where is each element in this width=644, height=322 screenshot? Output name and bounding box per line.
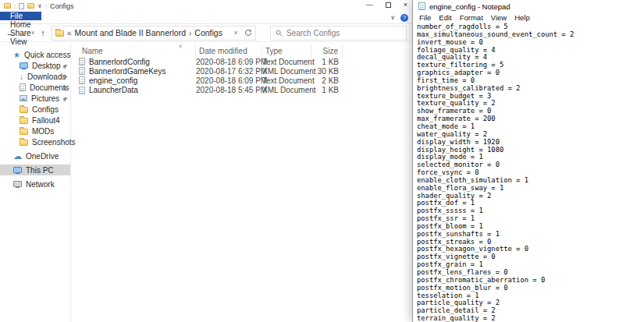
sidebar-item-icon — [20, 107, 28, 113]
properties-icon[interactable] — [19, 3, 24, 9]
expand-ribbon-icon[interactable]: ∨ — [390, 14, 395, 21]
separator: | — [14, 2, 16, 9]
explorer-window-title: Configs — [50, 2, 74, 10]
sidebar-item-icon — [20, 95, 27, 101]
explorer-app-icon — [4, 3, 11, 9]
sidebar-item-icon — [20, 140, 28, 146]
pin-icon — [62, 73, 68, 82]
breadcrumb-separator-icon[interactable]: › — [189, 29, 191, 37]
config-line: terrain_quality = 2 — [417, 315, 644, 322]
sidebar-item[interactable]: MODs — [0, 126, 70, 136]
close-button[interactable]: × — [404, 1, 407, 9]
file-icon — [79, 87, 85, 94]
column-header-type[interactable]: Type — [262, 44, 311, 57]
address-bar-row: ← → ∨ ↑ « Mount and Blade II Bannerlord … — [0, 24, 412, 42]
sidebar-item-label: Quick access — [24, 51, 70, 59]
file-row[interactable]: engine_config 2020-08-18 6:09 PM Text Do… — [71, 76, 412, 85]
sidebar-item[interactable]: Downloads — [0, 71, 70, 82]
separator: | — [45, 2, 47, 9]
sidebar-item-icon — [20, 62, 28, 69]
notepad-window-title: engine_config - Notepad — [429, 2, 511, 11]
file-icon — [79, 58, 85, 65]
sidebar-item-label: Network — [26, 180, 55, 189]
search-input[interactable]: Search Configs — [270, 26, 407, 41]
sort-ascending-icon: ∧ — [179, 43, 182, 48]
file-row[interactable]: BannerlordGameKeys 2020-08-17 6:32 PM XM… — [71, 66, 412, 76]
file-explorer-window: | ∨ | Configs — × File Home Share View ∨ — [0, 0, 412, 322]
file-type: Text Document — [262, 76, 311, 85]
menu-item[interactable]: View — [487, 13, 511, 22]
menu-item[interactable]: Help — [511, 13, 534, 22]
pin-icon — [62, 62, 68, 71]
explorer-titlebar: | ∨ | Configs — × — [0, 0, 412, 12]
sidebar-item-icon — [13, 152, 22, 161]
minimize-button[interactable]: — — [366, 1, 373, 9]
column-header-date-modified[interactable]: Date modified — [196, 44, 262, 57]
breadcrumb-overflow[interactable]: « — [67, 29, 72, 37]
breadcrumb-current[interactable]: Configs — [194, 28, 222, 37]
quick-access-toolbar: | ∨ | — [4, 2, 47, 9]
explorer-window-controls: — × — [366, 1, 407, 9]
file-type: XML Document — [262, 86, 311, 94]
customize-qat-icon[interactable]: ∨ — [37, 2, 42, 9]
column-header-size[interactable]: Size — [311, 44, 343, 57]
file-row[interactable]: LauncherData 2020-08-18 5:45 PM XML Docu… — [71, 86, 412, 95]
menu-item[interactable]: File — [415, 13, 435, 22]
sidebar-item-label: Downloads — [27, 73, 66, 81]
notepad-titlebar: engine_config - Notepad — [413, 0, 644, 12]
file-row[interactable]: BannerlordConfig 2020-08-18 6:09 PM Text… — [71, 57, 412, 66]
file-date-modified: 2020-08-18 6:09 PM — [196, 76, 262, 85]
sidebar-item-label: This PC — [26, 166, 54, 175]
file-size: 2 KB — [311, 76, 343, 85]
sidebar-item-icon — [13, 51, 20, 59]
ribbon-tab[interactable]: Share — [0, 29, 41, 37]
refresh-icon[interactable] — [244, 29, 252, 37]
sidebar-item[interactable]: OneDrive — [0, 150, 70, 161]
menu-item[interactable]: Edit — [435, 13, 455, 22]
navigation-pane: Quick access Desktop Downloads Documents — [0, 44, 71, 322]
search-icon — [276, 30, 283, 37]
sidebar-item[interactable]: Configs — [0, 104, 70, 115]
sidebar-item-icon — [13, 167, 22, 173]
maximize-button[interactable] — [386, 2, 391, 8]
sidebar-item[interactable]: Desktop — [0, 60, 70, 71]
sidebar-item[interactable]: Quick access — [0, 49, 70, 60]
sidebar-item[interactable]: This PC — [0, 165, 70, 175]
ribbon-tab[interactable]: Home — [0, 20, 41, 29]
sidebar-item[interactable]: Documents — [0, 82, 70, 93]
notepad-window: engine_config - Notepad FileEditFormatVi… — [412, 0, 644, 322]
file-list-pane: ∧ Name Date modified Type Size Bannerlor… — [71, 44, 412, 322]
sidebar-item-label: Configs — [32, 105, 59, 114]
pin-icon — [62, 95, 68, 104]
ribbon-tab-label: File — [10, 12, 23, 20]
sidebar-item[interactable]: Fallout4 — [0, 115, 70, 126]
sidebar-item-label: Screenshots — [32, 138, 76, 147]
sidebar-item-label: Fallout4 — [32, 116, 60, 125]
sidebar-item-icon — [13, 181, 22, 187]
file-type: XML Document — [262, 67, 311, 76]
ribbon-tab-label: Home — [10, 20, 31, 29]
notepad-text-area[interactable]: number_of_ragdolls = 5max_simultaneous_s… — [413, 23, 644, 322]
file-date-modified: 2020-08-17 6:32 PM — [196, 67, 262, 76]
file-name: LauncherData — [89, 86, 138, 94]
notepad-menubar: FileEditFormatViewHelp — [413, 12, 644, 23]
address-bar[interactable]: « Mount and Blade II Bannerlord › Config… — [52, 26, 256, 41]
file-name: BannerlordConfig — [89, 58, 150, 66]
file-date-modified: 2020-08-18 5:45 PM — [196, 86, 262, 94]
explorer-content: Quick access Desktop Downloads Documents — [0, 44, 412, 322]
menu-item[interactable]: Format — [456, 13, 487, 22]
sidebar-item[interactable]: Pictures — [0, 93, 70, 104]
column-headers: ∧ Name Date modified Type Size — [71, 44, 412, 57]
new-folder-icon[interactable] — [27, 3, 34, 9]
address-dropdown-icon[interactable]: ∨ — [232, 30, 240, 36]
help-icon[interactable]: ? — [400, 14, 408, 22]
ribbon-tab-label: Share — [10, 29, 31, 37]
breadcrumb-root[interactable]: Mount and Blade II Bannerlord — [75, 28, 186, 37]
sidebar-item[interactable]: Network — [0, 179, 70, 189]
sidebar-item-label: MODs — [32, 127, 54, 136]
ribbon-tabs: File Home Share View ∨ ? — [0, 12, 412, 24]
sidebar-item[interactable]: Screenshots — [0, 136, 70, 147]
file-size: 30 KB — [311, 67, 343, 76]
sidebar-item-icon — [20, 73, 23, 81]
ribbon-tab[interactable]: File — [0, 12, 41, 20]
